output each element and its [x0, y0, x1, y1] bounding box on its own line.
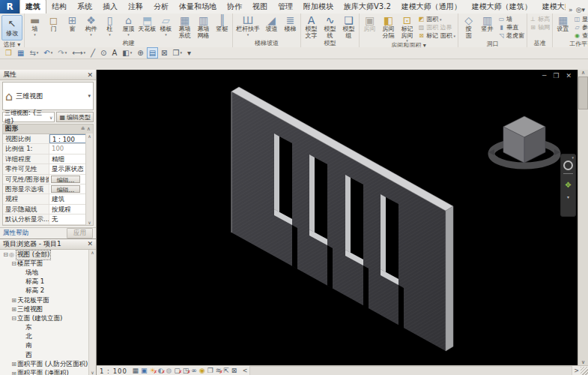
section-collapse-icons[interactable]: ≗ ∧ — [81, 126, 91, 132]
ribbon-button[interactable]: ▦设置 — [554, 14, 572, 33]
panel-label[interactable]: 工作平面 — [553, 40, 588, 47]
tree-item[interactable]: 西 — [0, 351, 96, 360]
ribbon-button[interactable]: A模型 文字 — [302, 14, 321, 39]
tab-15[interactable]: 建模大师（机电） — [537, 0, 566, 14]
qat-aligned-dimension-icon[interactable]: ╱ — [88, 47, 97, 58]
ribbon-small-button[interactable]: ◹老虎窗 — [498, 32, 524, 40]
tree-expand-icon[interactable]: ⊟ — [2, 251, 9, 258]
tab-2[interactable]: 结构 — [46, 0, 72, 14]
panel-label[interactable]: 楼梯坡道 — [233, 40, 300, 47]
tab-6[interactable]: 分析 — [148, 0, 174, 14]
tab-13[interactable]: 建模大师（通用） — [396, 0, 467, 14]
tree-expand-icon[interactable]: ⊟ — [10, 260, 17, 267]
qat-text-icon[interactable]: A — [109, 47, 119, 58]
ribbon-button[interactable]: ▥幕墙 网格 — [194, 14, 213, 39]
vcb-temporary-hide-isolate-icon[interactable]: ∞ — [190, 367, 198, 375]
tab-12[interactable]: 族库大师V3.2 — [339, 0, 396, 14]
project-browser-title-bar[interactable]: 项目浏览器 - 项目1 ✕ — [0, 239, 96, 250]
tree-expand-icon[interactable]: ⊟ — [10, 315, 17, 322]
property-value[interactable]: 编辑... — [51, 176, 80, 183]
tree-item[interactable]: ⊟立面 (建筑立面) — [0, 314, 96, 323]
scroll-down-icon[interactable]: ∨ — [88, 220, 91, 225]
property-value[interactable]: 按规程 — [49, 205, 86, 214]
tree-item[interactable]: ⊟楼层平面 — [0, 260, 96, 268]
ribbon-button[interactable]: ║竖梃 — [213, 14, 231, 33]
ribbon-button[interactable]: ◧房间 分隔 — [379, 14, 398, 39]
ribbon-small-button[interactable]: ◫显示 — [574, 15, 588, 23]
steering-wheel-icon[interactable] — [563, 160, 573, 170]
project-browser-close-icon[interactable]: ✕ — [87, 240, 93, 248]
ribbon-button[interactable]: ◢坡道 — [262, 14, 281, 33]
property-value[interactable]: 编辑... — [51, 185, 80, 193]
tree-item[interactable]: ⊞面积平面 (净面积) — [0, 369, 96, 375]
viewport-scrollbar-thumb[interactable] — [578, 76, 588, 110]
ribbon-button[interactable]: ∿模型 线 — [321, 14, 339, 39]
browser-scrollbar[interactable]: ∧∨ — [88, 250, 96, 375]
type-selector[interactable]: ⌂ 三维视图 ▾ — [2, 82, 94, 110]
qat-measure-icon[interactable]: ⟷▾ — [70, 47, 88, 58]
qat-thin-lines-icon[interactable]: ▤ — [147, 47, 158, 58]
qat-open-icon[interactable]: ❒ — [3, 47, 14, 58]
apply-button[interactable]: 应用 — [67, 228, 93, 238]
ribbon-small-button[interactable]: ◩面积▾ — [418, 15, 455, 23]
panel-label-select[interactable]: 选择 ▾ — [0, 41, 24, 47]
vcb-temporary-view-properties-icon[interactable]: ❐ — [206, 367, 214, 375]
qat-switch-windows-icon[interactable]: ❐▾ — [170, 47, 184, 58]
tab-9[interactable]: 视图 — [247, 0, 273, 14]
tab-overflow-chevron-icon[interactable]: » — [569, 6, 573, 14]
vcb-crop-region-visibility-icon[interactable]: ◳✗ — [181, 367, 190, 375]
tab-14[interactable]: 建模大师（建筑） — [467, 0, 537, 14]
vcb-shadows-icon[interactable]: ◐✗ — [157, 367, 165, 375]
view-close-icon[interactable]: ✕ — [566, 72, 572, 80]
panel-label[interactable]: 基准 — [527, 40, 552, 47]
vcb-locked-3d-view-icon[interactable]: ⊠ — [230, 367, 238, 375]
property-value[interactable]: 显示原状态 — [49, 164, 86, 173]
tree-item[interactable]: 北 — [0, 332, 96, 341]
dropdown-chevron-icon[interactable]: ▾ — [440, 17, 442, 22]
zoom-options-chevron-icon[interactable]: ▾ — [567, 194, 569, 200]
ribbon-button[interactable]: ▯柱▾ — [100, 14, 119, 36]
ribbon-button[interactable]: ▣房间 — [360, 14, 379, 33]
hscroll-left-icon[interactable]: < — [243, 368, 248, 374]
ribbon-button[interactable]: ❖构件▾ — [82, 14, 100, 36]
ribbon-button[interactable]: ▱楼板▾ — [157, 14, 175, 36]
viewport-scroll-up-icon[interactable]: ∧ — [581, 70, 585, 76]
ribbon-small-button[interactable]: ▨面积 边界 — [418, 23, 455, 32]
ribbon-small-button[interactable]: ▮垂直 — [498, 23, 524, 32]
tree-item[interactable]: 标高 1 — [0, 278, 96, 286]
ribbon-small-button[interactable]: ⊠标记 面积▾ — [418, 32, 455, 40]
property-value[interactable]: 无 — [49, 214, 86, 224]
dropdown-chevron-icon[interactable]: ▾ — [34, 33, 36, 36]
hscroll-right-icon[interactable]: > — [574, 368, 581, 374]
navigation-bar[interactable]: ▾ ✥ ▾ — [560, 154, 576, 217]
modify-button[interactable]: ↖ 修改 — [1, 15, 22, 40]
ribbon-button[interactable]: ▬墙▾ — [25, 14, 44, 36]
dropdown-chevron-icon[interactable]: ▾ — [165, 33, 167, 36]
ribbon-button[interactable]: ◇按 面 — [459, 14, 478, 39]
tab-3[interactable]: 系统 — [72, 0, 97, 14]
tree-item[interactable]: ⊞面积平面 (人防分区面积) — [0, 360, 96, 369]
tab-1[interactable]: 建筑 — [19, 0, 46, 14]
tree-item[interactable]: 场地 — [0, 268, 96, 278]
vcb-reveal-hidden-elements-icon[interactable]: ◉ — [198, 367, 206, 375]
tab-8[interactable]: 协作 — [222, 0, 247, 14]
instance-filter-combo[interactable]: 三维视图: {三维} ∨ — [2, 112, 55, 122]
ribbon-small-button[interactable]: ⊞轴网 — [530, 23, 550, 32]
tree-expand-icon[interactable]: ⊞ — [10, 370, 17, 375]
ribbon-button[interactable]: ◻门 — [44, 14, 63, 33]
window-resize-grip[interactable] — [581, 367, 588, 375]
qat-close-inactive-windows-icon[interactable]: ⊠ — [159, 47, 169, 58]
tab-7[interactable]: 体量和场地 — [174, 0, 222, 14]
ribbon-small-button[interactable]: ▱参照 平面 — [574, 23, 588, 32]
qat-redo-icon[interactable]: ↷▾ — [55, 47, 69, 58]
dropdown-chevron-icon[interactable]: ▾ — [454, 34, 456, 38]
property-value[interactable]: 100 — [49, 144, 86, 153]
dropdown-chevron-icon[interactable]: ▾ — [90, 33, 92, 36]
ribbon-button[interactable]: ≣楼梯 — [281, 14, 300, 33]
ribbon-button[interactable]: ⬒天花板 — [138, 14, 157, 33]
qat-customize-qat-icon[interactable]: ▾ — [185, 47, 193, 58]
ribbon-button[interactable]: ⊞窗 — [63, 14, 82, 33]
tree-item[interactable]: ⊟◎视图 (全部) — [0, 250, 96, 260]
qat-tag-icon[interactable]: ⊙ — [98, 47, 109, 58]
vcb-highlight-displacement-icon[interactable]: ⇱ — [222, 367, 231, 375]
